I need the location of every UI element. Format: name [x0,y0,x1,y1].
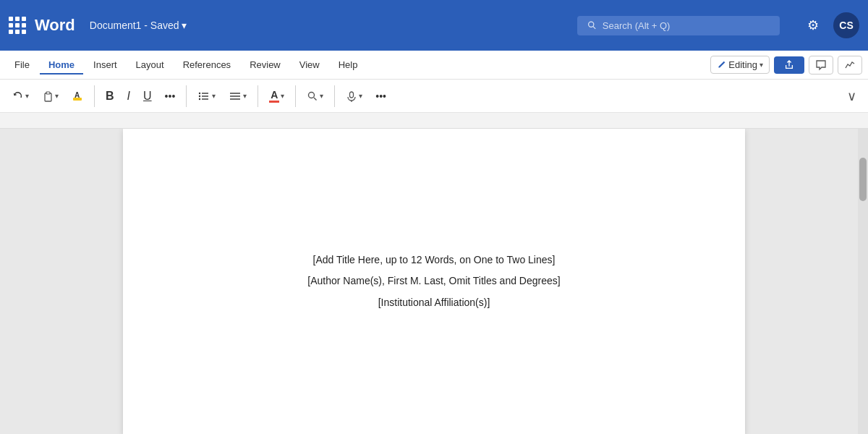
search-icon [587,20,597,30]
ruler [0,113,868,129]
undo-button[interactable]: ▾ [7,87,34,106]
svg-rect-3 [46,92,50,94]
title-right-actions: ⚙ CS [800,12,859,38]
sep-5 [334,85,335,107]
underline-button[interactable]: U [138,86,157,106]
more-formatting-button[interactable]: ••• [160,87,181,106]
menu-item-file[interactable]: File [6,56,38,74]
bold-button[interactable]: B [101,86,119,106]
menu-item-insert[interactable]: Insert [85,56,126,74]
clipboard-icon [42,90,54,102]
sep-3 [258,85,258,107]
scroll-thumb[interactable] [859,158,867,201]
sep-2 [186,85,187,107]
mic-chevron[interactable]: ▾ [359,92,362,100]
menu-item-view[interactable]: View [291,56,328,74]
svg-rect-2 [45,93,51,101]
menu-item-home[interactable]: Home [40,56,83,74]
font-color-button[interactable]: A ▾ [264,85,289,106]
doc-line-3: [Institutional Affiliation(s)] [307,294,560,312]
chart-icon [844,59,856,71]
undo-icon [12,90,24,102]
sep-1 [94,85,95,107]
more2-button[interactable]: ••• [370,87,391,106]
document-area: [Add Title Here, up to 12 Words, on One … [0,129,868,434]
title-bar: Word Document1 - Saved ▾ ⚙ CS [0,0,868,51]
svg-point-11 [199,98,200,99]
svg-text:A: A [75,91,80,99]
comment-icon [815,59,827,71]
app-name: Word [35,16,75,35]
format-painter-icon: A [72,90,83,102]
menu-item-references[interactable]: References [174,56,239,74]
menu-bar: File Home Insert Layout References Revie… [0,51,868,80]
comments-button[interactable] [809,56,833,75]
search-bar[interactable] [577,16,780,35]
find-button[interactable]: ▾ [302,87,328,106]
bullets-button[interactable]: ▾ [192,86,221,106]
apps-icon[interactable] [9,17,26,34]
svg-point-15 [309,92,315,98]
menu-item-help[interactable]: Help [330,56,367,74]
svg-point-0 [589,22,594,27]
bullets-chevron[interactable]: ▾ [212,92,216,100]
italic-button[interactable]: I [122,86,135,106]
share-button[interactable] [774,56,804,74]
clipboard-chevron[interactable]: ▾ [55,92,59,100]
align-icon [229,90,242,103]
svg-point-10 [199,95,200,96]
settings-button[interactable]: ⚙ [800,12,826,38]
font-color-chevron[interactable]: ▾ [281,92,284,100]
toolbar-expand-button[interactable]: ∨ [843,85,861,107]
avatar[interactable]: CS [833,12,859,38]
menu-item-layout[interactable]: Layout [127,56,173,74]
pencil-icon [717,60,726,69]
page: [Add Title Here, up to 12 Words, on One … [123,129,745,434]
clipboard-button[interactable]: ▾ [37,87,64,106]
document-content: [Add Title Here, up to 12 Words, on One … [307,248,560,315]
doc-line-1: [Add Title Here, up to 12 Words, on One … [307,251,560,269]
editing-dropdown[interactable]: Editing ▾ [710,56,770,74]
format-painter-button[interactable]: A [67,87,88,106]
search-input[interactable] [603,20,770,31]
svg-rect-17 [350,92,354,98]
align-button[interactable]: ▾ [224,86,252,106]
doc-title: Document1 - Saved ▾ [90,20,187,31]
vertical-scrollbar[interactable] [858,129,868,434]
menu-item-review[interactable]: Review [241,56,289,74]
track-changes-button[interactable] [838,56,862,75]
bullets-icon [197,90,210,103]
svg-line-1 [593,27,595,29]
font-color-icon: A [269,89,279,103]
share-icon [784,60,794,70]
chevron-down-icon: ▾ [760,61,763,69]
mic-icon [346,90,357,102]
find-chevron[interactable]: ▾ [320,92,323,100]
sep-4 [295,85,296,107]
find-icon [307,90,318,102]
microphone-button[interactable]: ▾ [341,87,367,106]
align-chevron[interactable]: ▾ [243,92,247,100]
doc-line-2: [Author Name(s), First M. Last, Omit Tit… [307,272,560,290]
svg-line-16 [314,98,317,101]
svg-point-9 [199,92,200,93]
undo-chevron[interactable]: ▾ [25,92,29,100]
menu-right: Editing ▾ [710,56,862,75]
toolbar: ▾ ▾ A B I U ••• ▾ [0,80,868,113]
